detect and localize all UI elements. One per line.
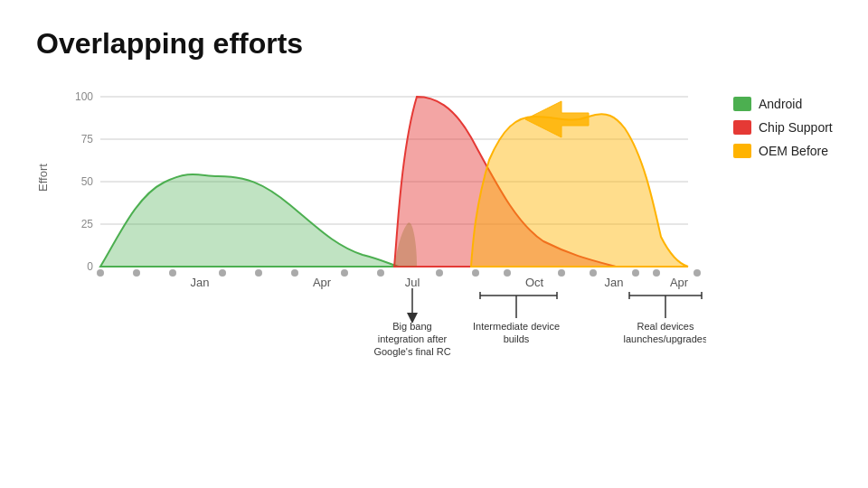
svg-point-20 [377,269,384,277]
svg-point-27 [590,269,597,277]
svg-text:builds: builds [504,333,530,344]
legend-item-oem-before: OEM Before [733,144,851,158]
chart-svg: 100 75 50 25 0 [55,79,706,359]
svg-text:Jan: Jan [605,276,624,289]
svg-point-23 [472,269,479,277]
svg-text:Jul: Jul [405,276,420,289]
svg-point-22 [436,269,443,277]
legend-label-chip-support: Chip Support [759,120,833,135]
legend: Android Chip Support OEM Before [733,97,851,158]
svg-point-30 [653,269,660,277]
svg-point-17 [291,269,298,277]
legend-item-chip-support: Chip Support [733,120,851,135]
svg-text:Apr: Apr [670,276,689,289]
svg-text:integration after: integration after [378,333,448,344]
legend-color-oem-before [733,144,751,158]
y-axis-label: Effort [36,88,50,268]
legend-label-oem-before: OEM Before [759,144,828,158]
svg-text:Real devices: Real devices [637,321,694,332]
svg-text:75: 75 [81,133,94,145]
page-container: Overlapping efforts Effort 100 75 50 25 … [0,0,868,488]
svg-text:Oct: Oct [525,276,544,289]
svg-point-13 [169,269,176,277]
svg-text:100: 100 [75,90,93,103]
legend-item-android: Android [733,97,851,111]
svg-point-19 [341,269,348,277]
legend-label-android: Android [759,97,802,111]
chart-with-legend: 100 75 50 25 0 [55,79,851,359]
svg-point-16 [255,269,262,277]
svg-text:Google's final RC: Google's final RC [373,346,450,357]
svg-text:25: 25 [81,218,94,230]
svg-text:launches/upgrades: launches/upgrades [624,333,706,344]
svg-point-32 [693,269,701,277]
svg-point-12 [133,269,140,277]
chart-wrapper: 100 75 50 25 0 [55,79,706,359]
svg-text:0: 0 [87,260,93,273]
svg-text:Intermediate device: Intermediate device [473,321,560,332]
svg-point-29 [632,269,639,277]
svg-text:Apr: Apr [313,276,332,289]
page-title: Overlapping efforts [36,27,832,61]
svg-text:Big bang: Big bang [392,321,431,332]
chart-area: Effort 100 75 50 25 0 [36,79,832,359]
svg-point-26 [558,269,565,277]
svg-point-11 [97,269,104,277]
svg-text:50: 50 [81,175,94,188]
legend-color-chip-support [733,120,751,135]
svg-text:Jan: Jan [191,276,210,289]
legend-color-android [733,97,751,111]
svg-point-15 [219,269,226,277]
svg-point-24 [504,269,511,277]
